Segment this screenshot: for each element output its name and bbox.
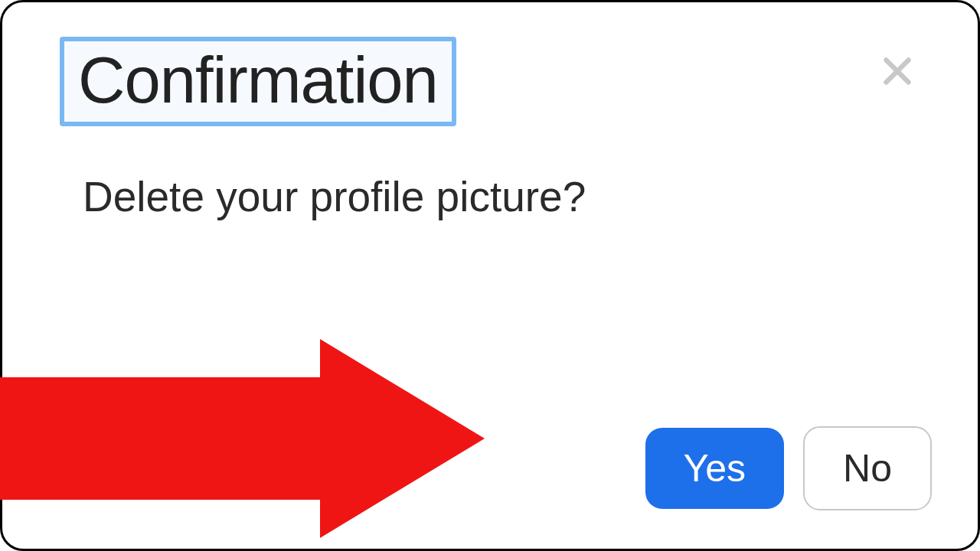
- dialog-title-highlight: Confirmation: [60, 37, 456, 126]
- close-icon[interactable]: [878, 52, 916, 98]
- yes-button[interactable]: Yes: [645, 428, 785, 509]
- confirmation-dialog: Confirmation Delete your profile picture…: [0, 0, 980, 551]
- dialog-message: Delete your profile picture?: [83, 172, 932, 221]
- dialog-title: Confirmation: [78, 47, 438, 112]
- svg-marker-2: [0, 339, 485, 538]
- no-button[interactable]: No: [803, 426, 932, 510]
- dialog-actions: Yes No: [645, 426, 933, 510]
- arrow-annotation: [0, 339, 488, 538]
- dialog-header: Confirmation: [60, 37, 932, 126]
